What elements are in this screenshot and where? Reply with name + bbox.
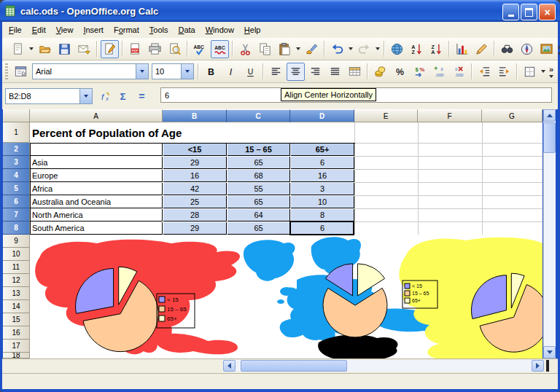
row-header-16[interactable]: 16 xyxy=(3,326,30,340)
menu-help[interactable]: Help xyxy=(239,23,266,36)
scroll-right-button[interactable] xyxy=(532,360,544,372)
row-header-3[interactable]: 3 xyxy=(3,156,30,169)
merge-cells-button[interactable] xyxy=(346,63,364,81)
menu-view[interactable]: View xyxy=(51,23,79,36)
delete-decimal-button[interactable]: 0.000 xyxy=(450,63,468,81)
row-header-10[interactable]: 10 xyxy=(3,248,30,261)
cell-B2[interactable]: <15 xyxy=(163,144,227,156)
cell-B8[interactable]: 29 xyxy=(163,222,227,235)
row-header-11[interactable]: 11 xyxy=(3,261,30,274)
align-right-button[interactable] xyxy=(306,63,324,81)
paste-button[interactable] xyxy=(276,40,294,58)
function-wizard-button[interactable]: fx xyxy=(96,88,112,104)
row-header-7[interactable]: 7 xyxy=(3,208,30,222)
menu-edit[interactable]: Edit xyxy=(27,23,51,36)
cell-D7[interactable]: 8 xyxy=(291,209,354,222)
font-size-dropdown[interactable] xyxy=(181,64,193,79)
copy-button[interactable] xyxy=(256,40,274,58)
column-header-D[interactable]: D xyxy=(290,109,354,122)
cell-D3[interactable]: 6 xyxy=(291,157,354,169)
bold-button[interactable]: B xyxy=(202,63,220,81)
row-header-18[interactable]: 18 xyxy=(3,353,30,358)
insert-chart-button[interactable] xyxy=(453,40,471,58)
row-header-9[interactable]: 9 xyxy=(3,235,30,248)
menu-window[interactable]: Window xyxy=(201,23,239,36)
cell-C4[interactable]: 68 xyxy=(228,170,290,182)
undo-button[interactable] xyxy=(328,40,346,58)
active-cell-D8[interactable] xyxy=(289,221,354,235)
column-header-B[interactable]: B xyxy=(163,109,227,122)
column-header-A[interactable]: A xyxy=(30,109,163,122)
save-button[interactable] xyxy=(55,40,74,58)
align-center-button[interactable] xyxy=(287,63,305,81)
cell-A5[interactable]: Africa xyxy=(31,183,163,195)
column-header-E[interactable]: E xyxy=(354,109,418,122)
minimize-button[interactable] xyxy=(502,4,519,20)
borders-dropdown[interactable] xyxy=(541,70,545,73)
paste-dropdown[interactable] xyxy=(296,47,300,50)
column-header-G[interactable]: G xyxy=(482,109,542,122)
scroll-up-button[interactable] xyxy=(543,109,556,122)
find-replace-button[interactable] xyxy=(498,40,516,58)
menu-data[interactable]: Data xyxy=(173,23,200,36)
cell-D4[interactable]: 16 xyxy=(291,170,354,182)
cell-B6[interactable]: 25 xyxy=(163,196,227,208)
cut-button[interactable] xyxy=(236,40,254,58)
font-name-dropdown[interactable] xyxy=(136,64,148,79)
format-paintbrush-button[interactable] xyxy=(303,40,321,58)
cell-A2[interactable] xyxy=(31,144,163,156)
navigator-button[interactable] xyxy=(518,40,536,58)
world-map-chart[interactable]: < 1515 – 6565+< 1515 – 6565+ xyxy=(30,235,542,358)
edit-file-button[interactable] xyxy=(101,40,119,58)
menu-insert[interactable]: Insert xyxy=(78,23,109,36)
toolbar-overflow-button[interactable]: » xyxy=(548,65,555,78)
justify-button[interactable] xyxy=(326,63,344,81)
print-file-button[interactable] xyxy=(146,40,164,58)
row-header-1[interactable]: 1 xyxy=(3,122,30,143)
open-button[interactable] xyxy=(36,40,54,58)
gallery-button[interactable] xyxy=(537,40,556,58)
cell-A8[interactable]: South America xyxy=(31,222,163,235)
row-header-5[interactable]: 5 xyxy=(3,182,30,195)
cell-A1[interactable]: Percent of Population of Age xyxy=(32,124,397,141)
scroll-left-button[interactable] xyxy=(223,360,236,372)
cell-D2[interactable]: 65+ xyxy=(291,144,354,156)
new-document-button[interactable] xyxy=(9,40,27,58)
increase-indent-button[interactable] xyxy=(495,63,513,81)
menu-file[interactable]: File xyxy=(4,23,27,36)
row-header-12[interactable]: 12 xyxy=(3,274,30,287)
row-header-17[interactable]: 17 xyxy=(3,340,30,353)
number-standard-button[interactable]: $% xyxy=(411,63,429,81)
horizontal-scroll-thumb[interactable] xyxy=(241,360,347,372)
cell-C5[interactable]: 55 xyxy=(228,183,290,195)
vertical-scroll-thumb[interactable] xyxy=(543,122,556,153)
cell-D6[interactable]: 10 xyxy=(291,196,354,208)
undo-dropdown[interactable] xyxy=(349,47,353,50)
cell-A7[interactable]: North America xyxy=(31,209,163,222)
cell-B5[interactable]: 42 xyxy=(163,183,227,195)
italic-button[interactable]: I xyxy=(222,63,240,81)
cell-C7[interactable]: 64 xyxy=(228,209,290,222)
hyperlink-button[interactable] xyxy=(388,40,406,58)
row-header-6[interactable]: 6 xyxy=(3,195,30,208)
page-preview-button[interactable] xyxy=(166,40,184,58)
cell-A4[interactable]: Europe xyxy=(31,170,163,182)
row-header-13[interactable]: 13 xyxy=(3,287,30,300)
row-header-14[interactable]: 14 xyxy=(3,300,30,313)
spellcheck-button[interactable]: ABC xyxy=(191,40,209,58)
maximize-button[interactable] xyxy=(521,4,537,20)
row-header-4[interactable]: 4 xyxy=(3,169,30,182)
cell-B3[interactable]: 29 xyxy=(163,157,227,169)
column-header-C[interactable]: C xyxy=(227,109,290,122)
title-bar[interactable]: calc.ods - OpenOffice.org Calc × xyxy=(0,0,560,22)
align-left-button[interactable] xyxy=(267,63,285,81)
cell-D5[interactable]: 3 xyxy=(291,183,354,195)
cell-C3[interactable]: 65 xyxy=(228,157,290,169)
cell-A6[interactable]: Australia and Oceania xyxy=(31,196,163,208)
row-header-8[interactable]: 8 xyxy=(3,222,30,235)
select-all-corner[interactable] xyxy=(3,109,30,122)
currency-button[interactable] xyxy=(371,63,389,81)
sort-descending-button[interactable]: ZA xyxy=(427,40,446,58)
font-name-combo[interactable]: Arial xyxy=(32,63,149,79)
decrease-indent-button[interactable] xyxy=(475,63,494,81)
